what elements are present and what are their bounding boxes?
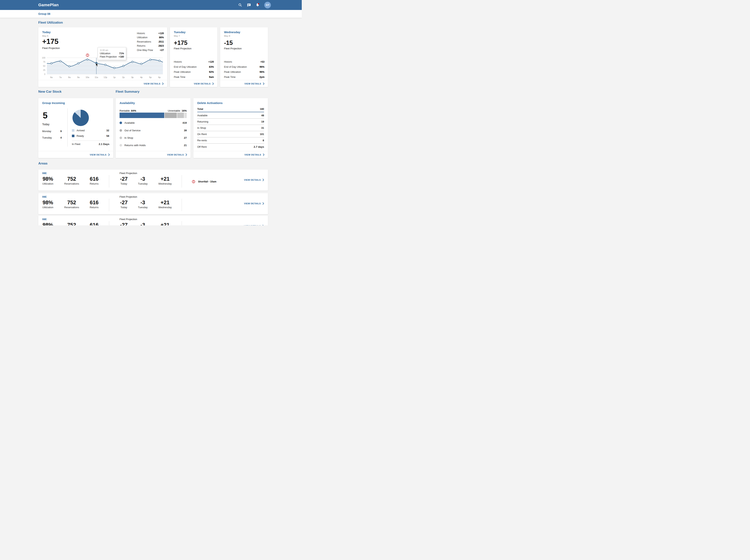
cursor-pointer: [96, 63, 99, 68]
table-row-on-rent: On Rent101: [197, 131, 264, 137]
ready-value: 58: [106, 134, 109, 137]
breadcrumb-group[interactable]: Group 08: [38, 12, 50, 16]
today-card-title: Today: [42, 30, 51, 34]
stat-row: Peak Utilization96%: [224, 69, 264, 75]
notifications-icon[interactable]: [255, 3, 260, 7]
bar-segment: [165, 112, 177, 118]
area-view-details[interactable]: VIEW DETAILS: [244, 225, 264, 225]
area-projection: -27Today: [114, 176, 133, 185]
fleet-projection-label: Fleet Projection: [120, 218, 137, 221]
svg-text:5p: 5p: [149, 76, 152, 79]
area-id[interactable]: 08E: [42, 218, 47, 221]
today-view-details[interactable]: VIEW DETAILS: [38, 80, 167, 87]
svg-text:100: 100: [42, 57, 45, 59]
top-bar: GamePlan GT: [0, 0, 302, 10]
today-projection-value: +175: [42, 38, 58, 46]
area-view-details[interactable]: VIEW DETAILS: [244, 202, 264, 205]
chevron-right-icon: [263, 153, 264, 156]
area-stat: 616Returns: [84, 222, 104, 225]
area-stat: 98%Utilization: [38, 176, 57, 185]
svg-text:1p: 1p: [113, 76, 115, 79]
wednesday-card: Wednesday May 8 -15 Fleet Projection His…: [220, 27, 268, 87]
bar-segment: [184, 112, 187, 118]
incoming-day-row: Monday9: [42, 130, 62, 133]
app-title: GamePlan: [38, 2, 59, 7]
avatar[interactable]: GT: [264, 2, 271, 8]
shortfall-alert-icon: [192, 180, 195, 184]
area-stat: 752Reservations: [62, 176, 81, 185]
svg-text:3p: 3p: [131, 76, 134, 79]
group-incoming-view-details[interactable]: VIEW DETAILS: [38, 151, 113, 158]
area-stat: 98%Utilization: [38, 222, 57, 225]
available-value: 419: [182, 121, 187, 124]
section-title-fleet-utilization: Fleet Utilization: [38, 21, 63, 25]
stat-row: End of Day Utlization96%: [224, 64, 264, 69]
table-row-in-shop: In Shop31: [197, 125, 264, 131]
area-projection: +21Wednesday: [156, 222, 175, 225]
area-card: 08E 98%Utilization 752Reservations 616Re…: [38, 215, 268, 225]
section-title-areas: Areas: [38, 162, 47, 165]
in-shop-dot: [120, 137, 122, 139]
area-card: 08E 98%Utilization 752Reservations 616Re…: [38, 193, 268, 214]
returns-with-holds-value: 21: [184, 144, 187, 147]
tuesday-projection-value: +175: [174, 39, 188, 46]
sub-bar: Group 08: [0, 10, 302, 18]
arrived-swatch: [72, 129, 74, 132]
table-row-returning: Returning19: [197, 119, 264, 125]
wednesday-view-details[interactable]: VIEW DETAILS: [220, 80, 268, 87]
legend-out-of-service: Out of Service: [120, 129, 140, 132]
search-icon[interactable]: [238, 3, 242, 7]
tuesday-card: Tuesday May 7 +175 Fleet Projection Hist…: [170, 27, 217, 87]
section-title-new-car-stock: New Car Stock: [38, 90, 61, 94]
chevron-right-icon: [212, 83, 214, 85]
area-projection: +21Wednesday: [156, 176, 175, 185]
unrentable-label: Unrentable 16%: [168, 109, 187, 112]
rentable-label: Rentable 84%: [120, 109, 136, 112]
area-stat: 752Reservations: [62, 200, 81, 209]
chevron-right-icon: [262, 225, 264, 225]
divider: [109, 199, 109, 211]
area-projection: -3Tuesday: [133, 176, 152, 185]
shortfall-alert-text: Shortfall - 10am: [198, 180, 216, 183]
wednesday-projection-value: -15: [224, 39, 233, 46]
stat-row: Historic+120: [137, 31, 164, 36]
returns-with-holds-dot: [120, 144, 122, 147]
wednesday-card-date: May 8: [224, 35, 230, 37]
bar-segment: [120, 112, 164, 118]
area-projection: -27Today: [114, 222, 133, 225]
area-id[interactable]: 08E: [42, 195, 47, 198]
table-row-total: Total180: [197, 106, 264, 112]
today-card-date: May 6: [42, 35, 48, 37]
chevron-right-icon: [262, 202, 264, 205]
svg-text:4p: 4p: [140, 76, 143, 79]
tuesday-view-details[interactable]: VIEW DETAILS: [170, 80, 217, 87]
svg-text:75: 75: [43, 61, 45, 63]
table-row-re-rents: Re-rents8: [197, 137, 264, 144]
svg-text:9a: 9a: [77, 76, 80, 79]
area-id[interactable]: 08E: [42, 172, 47, 174]
legend-in-shop: In Shop: [120, 137, 133, 139]
out-of-service-dot: [120, 129, 122, 132]
svg-text:11a: 11a: [95, 76, 98, 79]
svg-text:25: 25: [43, 69, 45, 71]
area-card: 08E 98%Utilization 752Reservations 616Re…: [38, 170, 268, 191]
chevron-right-icon: [262, 179, 264, 181]
availability-title: Availability: [120, 101, 135, 105]
chevron-right-icon: [263, 83, 264, 85]
incoming-pie-chart: [73, 110, 89, 126]
availability-view-details[interactable]: VIEW DETAILS: [116, 151, 191, 158]
area-view-details[interactable]: VIEW DETAILS: [244, 179, 264, 181]
svg-text:8a: 8a: [68, 76, 71, 79]
area-projection: -3Tuesday: [133, 200, 152, 209]
stat-row: Peak Utilization92%: [174, 69, 214, 75]
out-of-service-value: 39: [184, 129, 187, 132]
stat-row: Utilization86%: [137, 36, 164, 40]
legend-ready: Ready: [72, 134, 84, 137]
ready-swatch: [72, 134, 74, 137]
wednesday-projection-label: Fleet Projection: [224, 47, 242, 50]
svg-text:50: 50: [43, 65, 45, 67]
area-stat: 98%Utilization: [38, 200, 57, 209]
messages-icon[interactable]: [247, 3, 251, 7]
delete-activations-view-details[interactable]: VIEW DETAILS: [193, 151, 268, 158]
chevron-right-icon: [162, 83, 164, 85]
